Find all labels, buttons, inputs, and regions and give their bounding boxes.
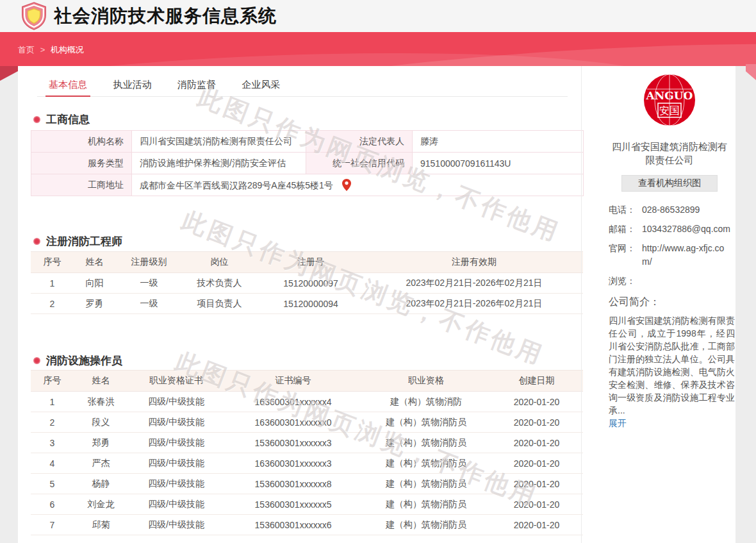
service-type-value: 消防设施维护保养检测/消防安全评估 [132,153,306,174]
table-row: 机构名称 四川省安国建筑消防检测有限责任公司 法定代表人 滕涛 [31,131,584,153]
org-name-value: 四川省安国建筑消防检测有限责任公司 [132,131,306,153]
legal-rep-label: 法定代表人 [306,131,413,153]
col-create-date: 创建日期 [490,371,583,392]
cell-name: 刘金龙 [74,494,128,515]
cell-seq: 4 [31,453,74,474]
col-cert-level: 职业资格证书 [128,371,224,392]
tab-practice-activity[interactable]: 执业活动 [110,72,154,97]
sidebar-contacts: 电话： 028-86532899 邮箱： 1034327886@qq.com 官… [609,203,730,288]
business-info-table: 机构名称 四川省安国建筑消防检测有限责任公司 法定代表人 滕涛 服务类型 消防设… [31,130,584,196]
site-title: 社会消防技术服务信息系统 [54,4,277,28]
cell-qualification: 建（构）筑物消防员 [362,412,490,433]
cell-name: 严杰 [74,453,128,474]
website-value: http://www.ag-xfjc.com/ [642,242,730,269]
col-seq: 序号 [31,252,74,273]
phone-row: 电话： 028-86532899 [609,203,730,217]
breadcrumb-home-link[interactable]: 首页 [18,45,35,54]
cell-validity: 2023年02月21日-2026年02月21日 [365,273,583,294]
section-business-info: 工商信息 [33,112,90,126]
cell-cert-no: 163600301xxxxxx4 [224,392,362,412]
table-row: 工商地址 成都市金牛区羊西线蜀汉路289号A座45栋5楼1号 [31,174,584,196]
page: 社会消防技术服务信息系统 首页 > 机构概况 此图只作为网页浏览，不作他用 此图… [0,0,756,543]
breadcrumb: 首页 > 机构概况 [18,44,84,56]
cell-seq: 1 [31,273,74,294]
cell-cert-level: 四级/中级技能 [128,412,224,433]
website-label: 官网： [609,242,642,269]
banner-fold-left [0,66,18,81]
shield-logo-icon [19,1,49,31]
table-row: 2 罗勇 一级 项目负责人 15120000094 2023年02月21日-20… [31,294,583,314]
cell-reg-no: 15120000097 [256,273,365,294]
cell-qualification: 建（构）筑物消防员 [362,515,490,535]
address-value: 成都市金牛区羊西线蜀汉路289号A座45栋5楼1号 [140,180,333,190]
tab-fire-supervision[interactable]: 消防监督 [174,72,219,97]
top-header: 社会消防技术服务信息系统 [0,0,756,32]
cell-cert-no: 163600301xxxxxx3 [224,453,362,474]
company-profile-title: 公司简介： [609,296,730,309]
org-name-label: 机构名称 [31,131,132,153]
cell-create-date: 2020-01-20 [490,453,583,474]
cell-seq: 2 [31,294,74,314]
views-label: 浏览： [609,274,642,288]
breadcrumb-current: 机构概况 [51,45,84,54]
cell-create-date: 2020-01-20 [490,515,583,535]
cell-cert-no: 153600301xxxxxx8 [224,474,362,494]
cell-seq: 1 [31,392,74,412]
cell-cert-no: 163600301xxxxxx0 [224,412,362,433]
tab-basic-info[interactable]: 基本信息 [45,72,90,97]
cell-reg-no: 15120000094 [256,294,365,314]
cell-qualification: 建（构）筑物消防员 [362,494,490,515]
cell-cert-level: 四级/中级技能 [128,392,224,412]
cell-position: 技术负责人 [183,273,256,294]
sidebar: ANGUO 安国 四川省安国建筑消防检测有限责任公司 查看机构组织图 电话： 0… [582,66,735,543]
view-org-chart-button[interactable]: 查看机构组织图 [621,175,718,192]
section-operators: 消防设施操作员 [33,353,122,367]
cell-cert-no: 153600301xxxxxx3 [224,433,362,453]
cell-qualification: 建（构）筑物消防员 [362,453,490,474]
cell-seq: 7 [31,515,74,535]
map-pin-icon[interactable] [342,179,351,191]
cell-reg-level: 一级 [115,294,183,314]
banner-fold-right [746,64,756,80]
engineers-table: 序号 姓名 注册级别 岗位 注册号 注册有效期 1 向阳 一级 技术负责人 15… [31,251,583,314]
col-name: 姓名 [74,252,115,273]
cell-name: 杨静 [74,474,128,494]
expand-link[interactable]: 展开 [609,418,627,430]
service-type-label: 服务类型 [31,153,132,174]
email-value: 1034327886@qq.com [642,222,730,236]
logo-text-cn: 安国 [659,105,680,116]
cell-name: 段义 [74,412,128,433]
address-label: 工商地址 [31,174,132,196]
cell-cert-level: 四级/中级技能 [128,494,224,515]
operators-table: 序号 姓名 职业资格证书 证书编号 职业资格 创建日期 1 张春洪 四级/中级技… [31,370,583,535]
anguo-company-logo: ANGUO 安国 [643,74,696,126]
col-seq: 序号 [31,371,74,392]
tab-bar: 基本信息 执业活动 消防监督 企业风采 [37,72,568,97]
address-value-cell: 成都市金牛区羊西线蜀汉路289号A座45栋5楼1号 [132,174,584,196]
email-row: 邮箱： 1034327886@qq.com [609,222,730,236]
credit-code-value: 91510000709161143U [413,153,584,174]
cell-create-date: 2020-01-20 [490,433,583,453]
cell-name: 向阳 [74,273,115,294]
tab-company-showcase[interactable]: 企业风采 [238,72,283,97]
cell-cert-no: 153600301xxxxxx6 [224,515,362,535]
table-header-row: 序号 姓名 职业资格证书 证书编号 职业资格 创建日期 [31,371,583,392]
cell-create-date: 2020-01-20 [490,494,583,515]
cell-name: 罗勇 [74,294,115,314]
section-engineers: 注册消防工程师 [33,234,122,248]
col-validity: 注册有效期 [365,252,583,273]
breadcrumb-separator: > [40,45,45,54]
table-row: 5 杨静 四级/中级技能 153600301xxxxxx8 建（构）筑物消防员 … [31,474,583,494]
views-row: 浏览： [609,274,730,288]
table-row: 3 郑勇 四级/中级技能 153600301xxxxxx3 建（构）筑物消防员 … [31,433,583,453]
table-row: 1 张春洪 四级/中级技能 163600301xxxxxx4 建（构）筑物消防 … [31,392,583,412]
cell-create-date: 2020-01-20 [490,412,583,433]
section-dot-icon [33,357,40,364]
col-reg-level: 注册级别 [115,252,183,273]
cell-name: 郑勇 [74,433,128,453]
col-reg-no: 注册号 [256,252,365,273]
credit-code-label: 统一社会信用代码 [306,153,413,174]
col-cert-no: 证书编号 [224,371,362,392]
cell-cert-level: 四级/中级技能 [128,515,224,535]
email-label: 邮箱： [609,222,642,236]
